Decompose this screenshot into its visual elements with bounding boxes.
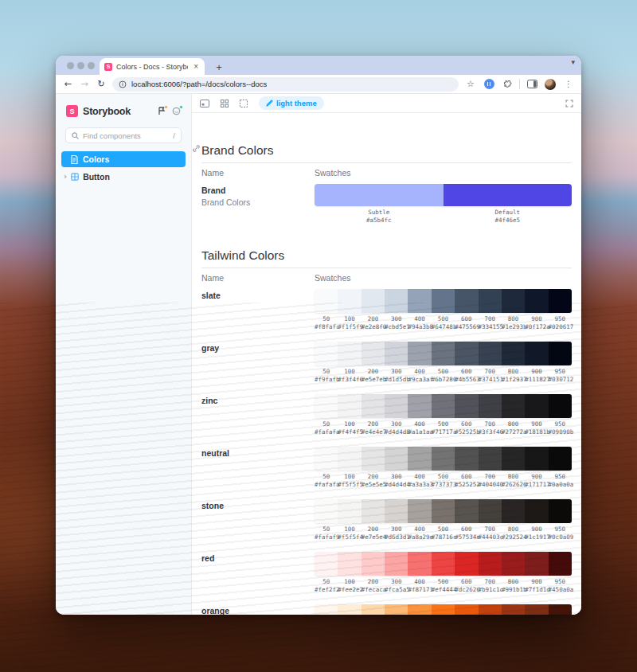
table-row: orange50100200300400500600700800900950#f… [201, 604, 572, 615]
hex-label: #b91c1c [479, 586, 502, 594]
scale-label: 500 [432, 315, 455, 323]
scale-label: 300 [385, 473, 408, 481]
swatch [385, 552, 408, 576]
swatch-cell: 50100200300400500600700800900950#f9fafb#… [315, 342, 572, 384]
new-tab-button[interactable]: + [212, 61, 226, 73]
heading-anchor-link-icon[interactable] [193, 145, 200, 152]
scale-label: 950 [549, 578, 572, 586]
row-name-cell: stone [201, 499, 315, 541]
scale-label: 900 [525, 578, 548, 586]
sidebar-item-colors[interactable]: Colors [61, 151, 186, 167]
table-row: stone50100200300400500600700800900950#fa… [201, 499, 572, 541]
scale-label: 700 [479, 368, 502, 376]
hex-label: #1e293b [502, 323, 525, 331]
color-name: zinc [201, 396, 315, 405]
tab-close-icon[interactable]: × [192, 63, 200, 71]
scale-label: 600 [455, 368, 478, 376]
close-window-button[interactable] [67, 62, 74, 69]
outline-toggle-icon[interactable] [240, 100, 248, 107]
hex-label: #fafaf9 [315, 533, 338, 541]
swatch [525, 552, 548, 576]
whats-new-icon[interactable] [171, 106, 182, 116]
hex-label: #f4f4f5 [338, 428, 361, 436]
hex-label: #f3f4f6 [338, 376, 361, 384]
search-input[interactable]: Find components / [65, 127, 182, 143]
hex-label: #d4d4d8 [385, 428, 408, 436]
swatch [338, 552, 361, 576]
remount-panel-icon[interactable] [200, 100, 209, 107]
swatch [315, 447, 338, 471]
column-name: Name [201, 273, 315, 283]
hex-label: #525252 [455, 481, 478, 489]
swatch [338, 447, 361, 471]
hex-label: #292524 [502, 533, 525, 541]
swatch [315, 289, 338, 313]
column-swatches: Swatches [315, 168, 351, 178]
browser-window: S Colors - Docs - Storybook × + ▾ ← → ↻ … [56, 56, 581, 615]
swatch [361, 604, 385, 615]
swatch-cell: 50100200300400500600700800900950#fafafa#… [315, 394, 572, 436]
scale-label: 400 [408, 578, 431, 586]
hex-label: #1c1917 [525, 533, 548, 541]
table-row: gray50100200300400500600700800900950#f9f… [201, 342, 572, 384]
swatch [432, 499, 455, 523]
swatch [432, 604, 455, 615]
hex-label: #27272a [502, 428, 525, 436]
scale-label: 900 [525, 368, 548, 376]
scale-label: 500 [432, 525, 455, 533]
fullscreen-icon[interactable] [565, 100, 573, 107]
scale-label: 200 [361, 578, 385, 586]
bookmark-star-icon[interactable]: ☆ [464, 78, 477, 91]
reload-icon[interactable]: ↻ [96, 79, 107, 89]
side-panel-icon[interactable] [526, 78, 538, 91]
browser-tab[interactable]: S Colors - Docs - Storybook × [100, 58, 205, 75]
hex-label: #7f1d1d [525, 586, 548, 594]
sidebar-item-button[interactable]: › Button [56, 169, 191, 185]
scale-label: 900 [525, 525, 548, 533]
grid-toggle-icon[interactable] [221, 100, 229, 107]
profile-avatar[interactable] [544, 78, 557, 91]
theme-switcher-button[interactable]: light theme [259, 96, 324, 110]
hex-label: #d6d3d1 [385, 533, 408, 541]
swatch [455, 394, 478, 418]
address-bar[interactable]: localhost:6006/?path=/docs/colors--docs [112, 77, 459, 92]
desktop-wallpaper: S Colors - Docs - Storybook × + ▾ ← → ↻ … [0, 0, 637, 672]
hex-label: #0f172a [525, 323, 548, 331]
hex-label: #f1f5f9 [338, 323, 361, 331]
hex-label: #e5e7eb [361, 376, 385, 384]
zoom-window-button[interactable] [88, 62, 95, 69]
swatch [408, 447, 431, 471]
canvas-toolbar: light theme [192, 94, 581, 113]
hex-labels: #fafafa#f4f4f5#e4e4e7#d4d4d8#a1a1aa#7171… [315, 428, 572, 436]
color-name: orange [201, 606, 315, 615]
expand-chevron-icon[interactable]: › [64, 173, 67, 181]
sidebar-header: S Storybook [56, 102, 191, 120]
site-info-icon[interactable] [119, 80, 127, 88]
swatch [502, 604, 525, 615]
swatch [549, 289, 572, 313]
forward-icon[interactable]: → [79, 79, 90, 89]
scale-label: 300 [385, 315, 408, 323]
scale-label: 900 [525, 315, 548, 323]
hex-label: #fafafa [315, 428, 338, 436]
hex-label: #71717a [432, 428, 455, 436]
scale-label: 700 [479, 473, 502, 481]
swatch [455, 552, 478, 576]
extensions-puzzle-icon[interactable] [501, 78, 514, 91]
minimize-window-button[interactable] [77, 62, 84, 69]
tab-search-chevron-icon[interactable]: ▾ [571, 58, 575, 66]
swatch [338, 499, 361, 523]
hex-labels: #f9fafb#f3f4f6#e5e7eb#d1d5db#9ca3af#6b72… [315, 376, 572, 384]
scale-label: 400 [408, 473, 431, 481]
swatch [385, 499, 408, 523]
hex-labels: #fafafa#f5f5f5#e5e5e5#d4d4d4#a3a3a3#7373… [315, 481, 572, 489]
scale-label: 50 [315, 473, 338, 481]
table-row: red50100200300400500600700800900950#fef2… [201, 552, 572, 594]
scale-label: 600 [455, 525, 478, 533]
back-icon[interactable]: ← [62, 79, 73, 89]
scale-labels: 50100200300400500600700800900950 [315, 473, 572, 481]
shortcuts-menu-icon[interactable] [156, 106, 166, 116]
browser-menu-icon[interactable]: ⋮ [562, 78, 575, 91]
extension-badge-icon[interactable] [483, 78, 495, 91]
swatch [479, 447, 502, 471]
